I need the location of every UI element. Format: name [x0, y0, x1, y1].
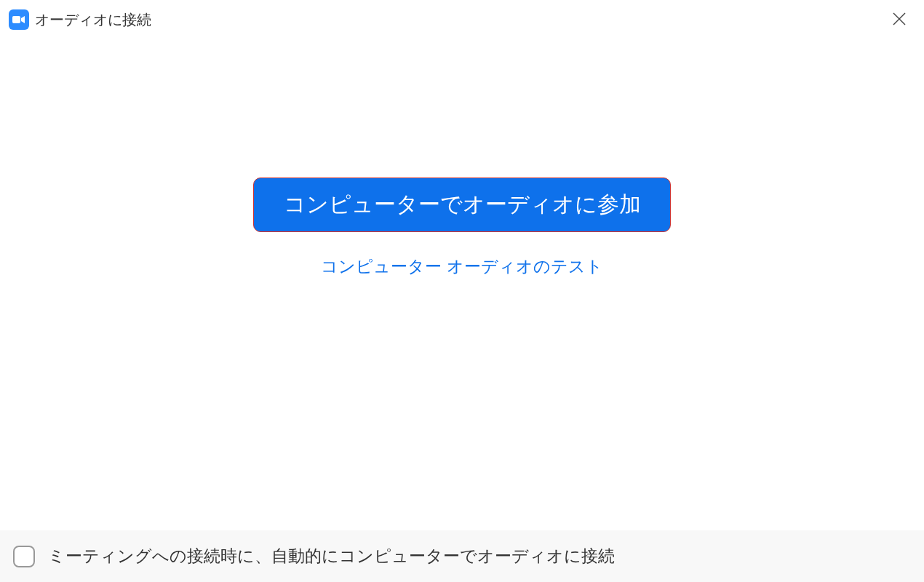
- camera-icon: [12, 15, 25, 24]
- zoom-app-icon: [9, 9, 29, 30]
- join-computer-audio-button[interactable]: コンピューターでオーディオに参加: [253, 178, 671, 232]
- svg-rect-0: [12, 16, 20, 23]
- footer-bar: ミーティングへの接続時に、自動的にコンピューターでオーディオに接続: [0, 530, 924, 582]
- main-content: コンピューターでオーディオに参加 コンピューター オーディオのテスト: [0, 178, 924, 278]
- close-icon: [892, 12, 907, 26]
- window-title: オーディオに接続: [35, 10, 151, 30]
- window-header: オーディオに接続: [0, 0, 924, 39]
- auto-join-audio-checkbox[interactable]: [13, 546, 35, 567]
- header-left: オーディオに接続: [9, 9, 151, 30]
- auto-join-audio-label: ミーティングへの接続時に、自動的にコンピューターでオーディオに接続: [48, 545, 615, 567]
- close-button[interactable]: [886, 7, 912, 32]
- test-computer-audio-link[interactable]: コンピューター オーディオのテスト: [321, 255, 602, 278]
